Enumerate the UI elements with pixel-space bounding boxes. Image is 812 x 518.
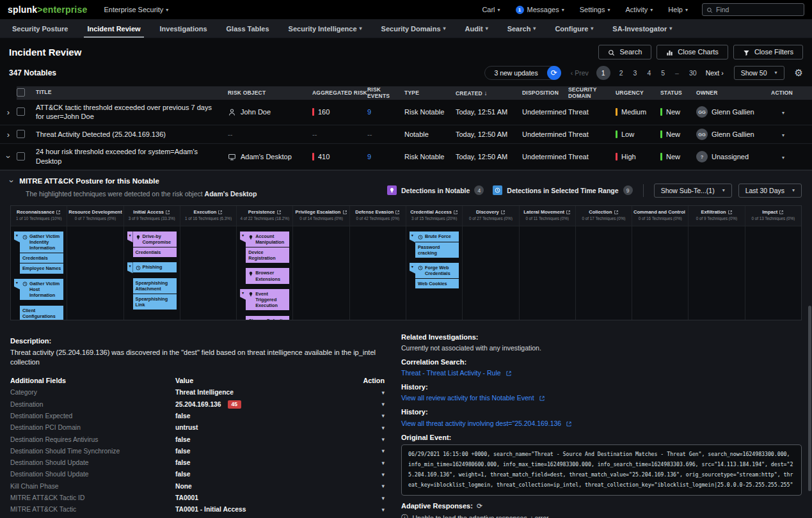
column-header-risk-object[interactable]: RISK OBJECT [228, 90, 312, 96]
threat-activity-link[interactable]: View all threat activity involving dest=… [401, 419, 802, 427]
page-button-1[interactable]: 1 [596, 66, 610, 80]
tactic-header[interactable]: Execution 1 of 16 Techniques (6.3%) [180, 206, 236, 226]
column-header-disposition[interactable]: DISPOSITION [522, 90, 568, 96]
field-action-menu[interactable]: ▾ [359, 495, 385, 501]
close-charts-button[interactable]: Close Charts [657, 45, 728, 59]
find-search-box[interactable] [702, 3, 804, 16]
page-button-2[interactable]: 2 [618, 69, 625, 77]
technique-cell-credentials[interactable]: Credentials [20, 253, 63, 263]
technique-cell-browser-extensions[interactable]: Browser Extensions [246, 268, 289, 283]
column-header-created[interactable]: CREATED ↓ [456, 90, 522, 97]
tactic-header[interactable]: Impact 0 of 13 Techniques (0%) [745, 206, 801, 226]
technique-cell-phishing[interactable]: ▾ Phishing [133, 262, 177, 272]
scrollbar-thumb[interactable] [808, 306, 811, 491]
technique-cell-event-triggered-execution[interactable]: ▾ Event Triggered Execution [246, 289, 289, 310]
column-header-security-domain[interactable]: SECURITY DOMAIN [568, 86, 616, 99]
column-header-title[interactable]: TITLE [36, 89, 228, 96]
collapse-subtechniques-icon[interactable]: ▾ [240, 232, 246, 242]
tactic-header[interactable]: Discovery 0 of 27 Techniques (0%) [463, 206, 518, 226]
close-filters-button[interactable]: Close Filters [733, 45, 803, 59]
find-input[interactable] [716, 6, 793, 13]
technique-cell-web-cookies[interactable]: Web Cookies [415, 278, 459, 288]
column-header-type[interactable]: TYPE [404, 90, 456, 96]
app-context-menu[interactable]: Enterprise Security▾ [104, 6, 168, 13]
collapse-subtechniques-icon[interactable]: ▾ [127, 262, 133, 273]
tactic-header[interactable]: Collection 0 of 17 Techniques (0%) [576, 206, 632, 226]
nav-tab-security-domains[interactable]: Security Domains ▾ [372, 19, 456, 38]
page-button-4[interactable]: 4 [646, 69, 652, 77]
page-button-30[interactable]: 30 [688, 69, 698, 77]
nav-tab-configure[interactable]: Configure ▾ [545, 19, 603, 38]
expand-row-icon[interactable]: › [7, 108, 10, 116]
technique-cell-forge-web-credentials[interactable]: ▾ Forge Web Credentials [415, 263, 459, 278]
technique-cell-password-cracking[interactable]: Password cracking [415, 242, 459, 258]
new-updates-pill[interactable]: 3 new updates ⟳ [484, 66, 560, 80]
expand-row-icon[interactable]: › [7, 130, 10, 139]
nav-tab-glass-tables[interactable]: Glass Tables [217, 19, 279, 38]
tactic-header[interactable]: Lateral Movement 0 of 11 Techniques (0%) [520, 206, 575, 226]
collapse-subtechniques-icon[interactable]: ▾ [14, 232, 20, 242]
correlation-search-link[interactable]: Threat - Threat List Activity - Rule [401, 369, 802, 377]
technique-cell-device-registration[interactable]: Device Registration [246, 247, 289, 263]
column-header-urgency[interactable]: URGENCY [616, 90, 660, 96]
notable-title[interactable]: ATT&CK tactic threshold exceeded over pr… [36, 103, 228, 122]
topbar-menu-carl[interactable]: Carl ▾ [482, 6, 500, 13]
column-header-risk-events[interactable]: RISK EVENTS [367, 86, 404, 99]
field-action-menu[interactable]: ▾ [359, 389, 385, 396]
risk-events-link[interactable]: 9 [367, 108, 404, 116]
owner[interactable]: ?Unassigned [696, 151, 768, 162]
field-action-menu[interactable]: ▾ [359, 436, 385, 443]
tactic-header[interactable]: Command and Control 0 of 16 Techniques (… [632, 206, 688, 226]
original-event-text[interactable]: 06/29/2021 16:15:00 +0000, search_name="… [401, 444, 802, 496]
page-button-5[interactable]: 5 [660, 69, 666, 77]
topbar-menu-messages[interactable]: 1 Messages ▾ [516, 6, 564, 14]
field-action-menu[interactable]: ▾ [359, 506, 385, 513]
next-page-button[interactable]: Next › [706, 69, 724, 77]
technique-cell-account-manipulation[interactable]: ▾ Account Manipulation [246, 232, 289, 247]
collapse-subtechniques-icon[interactable]: ▾ [410, 263, 415, 274]
technique-cell-employee-names[interactable]: Employee Names [20, 263, 63, 273]
owner[interactable]: GGGlenn Gallien [696, 106, 768, 118]
nav-tab-search[interactable]: Search ▾ [498, 19, 546, 38]
technique-cell-gather-victim-host-information[interactable]: ▾ Gather Victim Host Information [20, 279, 63, 300]
technique-cell-spearphishing-link[interactable]: Spearphishing Link [133, 294, 177, 310]
row-checkbox[interactable] [17, 107, 25, 116]
reload-icon[interactable]: ⟳ [477, 502, 482, 510]
notable-title[interactable]: 24 hour risk threshold exceeded for syst… [36, 147, 228, 166]
technique-cell-gather-victim-indentity-information[interactable]: ▾ Gather Victim Indentity Information [20, 232, 63, 253]
collapse-subtechniques-icon[interactable]: ▾ [14, 279, 20, 290]
tactic-header[interactable]: Resource Development 0 of 7 Techniques (… [67, 206, 123, 226]
collapse-row-icon[interactable]: › [4, 155, 13, 158]
search-button[interactable]: Search [598, 45, 651, 59]
row-checkbox[interactable] [17, 152, 25, 161]
technique-cell-brute-force[interactable]: ▾ Brute Force [415, 232, 459, 242]
dropdown-last-30-days[interactable]: Last 30 Days▾ [738, 184, 802, 198]
technique-cell-spearphishing-attachment[interactable]: Spearphishing Attachment [133, 278, 177, 294]
field-action-menu[interactable]: ▾ [359, 412, 385, 419]
tactic-header[interactable]: Initial Access 3 of 9 Techniques (33.3%) [124, 206, 180, 226]
tactic-header[interactable]: Privilege Escalation 0 of 14 Techniques … [293, 206, 349, 226]
page-button-ellipsis[interactable]: – [674, 69, 680, 77]
collapse-subtechniques-icon[interactable]: ▾ [410, 232, 415, 242]
nav-tab-investigations[interactable]: Investigations [150, 19, 217, 38]
field-action-menu[interactable]: ▾ [359, 460, 385, 466]
row-checkbox[interactable] [17, 130, 25, 138]
field-action-menu[interactable]: ▾ [359, 425, 385, 431]
field-action-menu[interactable]: ▾ [359, 448, 385, 454]
technique-cell-credentials[interactable]: Credentials [133, 247, 177, 257]
splunk-logo[interactable]: splunk>enterprise [8, 4, 87, 15]
column-header-action[interactable]: ACTION [768, 90, 796, 96]
tactic-header[interactable]: Credential Access 3 of 15 Techniques (20… [406, 206, 462, 226]
notable-title[interactable]: Threat Activity Detected (25.204.169.136… [36, 130, 228, 139]
select-all-checkbox[interactable] [17, 88, 25, 97]
tactic-header[interactable]: Defense Evasion 0 of 42 Techniques (0%) [350, 206, 406, 226]
collapse-subtechniques-icon[interactable]: ▾ [127, 232, 133, 242]
field-action-menu[interactable]: ▾ [359, 483, 385, 489]
refresh-icon[interactable]: ⟳ [547, 66, 561, 80]
nav-tab-security-intelligence[interactable]: Security Intelligence ▾ [279, 19, 372, 38]
review-activity-link[interactable]: View all review activity for this Notabl… [401, 394, 802, 402]
settings-gear-icon[interactable]: ⚙ [795, 67, 803, 79]
tactic-header[interactable]: Persistence 4 of 22 Techniques (18.2%) [237, 206, 292, 226]
nav-tab-sa-investogator[interactable]: SA-Investogator ▾ [603, 19, 681, 38]
column-header-aggregated-risk[interactable]: AGGREGATED RISK [312, 90, 367, 96]
